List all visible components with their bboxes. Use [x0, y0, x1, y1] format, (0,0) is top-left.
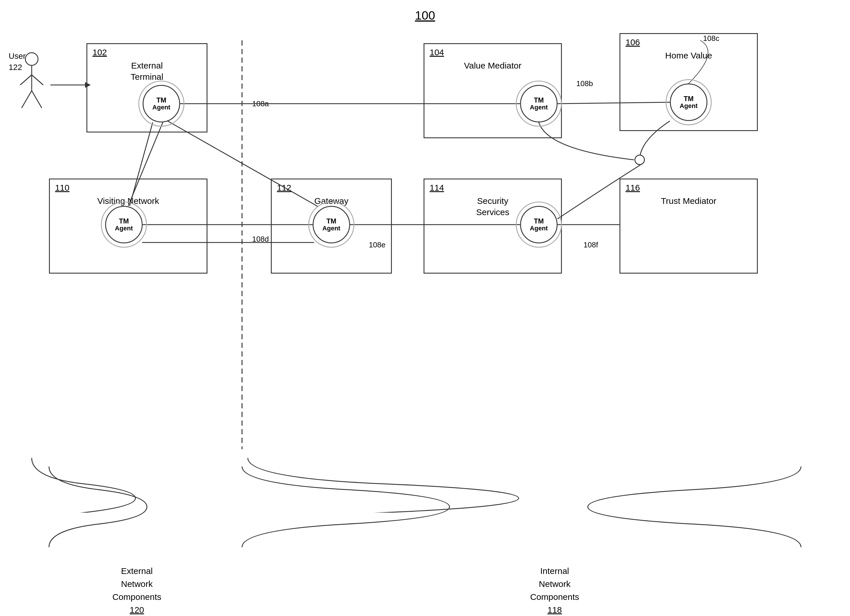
svg-line-14: [22, 91, 32, 108]
box-112-number: 112: [277, 183, 291, 193]
external-network-label: ExternalNetworkComponents120: [29, 564, 245, 616]
agent-text-104: Agent: [530, 104, 548, 111]
box-102-number: 102: [93, 48, 107, 57]
agent-text-112: Agent: [322, 225, 340, 232]
box-116: 116 Trust Mediator: [620, 179, 758, 274]
label-108a: 108a: [252, 99, 269, 108]
tm-text-110: TM: [119, 217, 129, 225]
box-104-title: Value Mediator: [424, 60, 561, 71]
tm-text-102: TM: [156, 96, 166, 104]
box-116-title: Trust Mediator: [620, 195, 757, 206]
diagram-container: 100 User 122 102 ExternalTerminal 110 Vi…: [0, 0, 850, 616]
box-116-number: 116: [626, 183, 640, 193]
box-106-number: 106: [626, 37, 640, 47]
tm-agent-106: TM Agent: [670, 84, 707, 121]
svg-line-15: [32, 91, 42, 108]
tm-text-114: TM: [534, 217, 544, 225]
svg-line-13: [32, 75, 43, 85]
label-108c: 108c: [703, 34, 719, 43]
box-114-number: 114: [429, 183, 444, 193]
user-label: User 122: [9, 51, 25, 73]
tm-text-112: TM: [326, 217, 337, 225]
label-108e: 108e: [369, 241, 386, 250]
svg-point-10: [25, 53, 38, 65]
main-title: 100: [415, 9, 435, 22]
tm-agent-114: TM Agent: [520, 206, 558, 243]
tm-agent-102: TM Agent: [143, 85, 180, 123]
box-110-number: 110: [55, 183, 69, 193]
agent-text-106: Agent: [680, 103, 697, 109]
label-108f: 108f: [584, 241, 598, 250]
tm-text-104: TM: [534, 96, 544, 104]
tm-agent-110: TM Agent: [105, 206, 143, 243]
internal-network-label: InternalNetworkComponents118: [317, 564, 792, 616]
tm-agent-112: TM Agent: [313, 206, 350, 243]
label-108b: 108b: [576, 79, 593, 88]
agent-text-110: Agent: [115, 225, 133, 232]
small-circle-connector: [635, 155, 645, 165]
agent-text-102: Agent: [153, 104, 170, 111]
tm-agent-104: TM Agent: [520, 85, 558, 123]
label-108d: 108d: [252, 235, 269, 244]
box-106-title: Home Value: [620, 50, 757, 61]
svg-line-12: [20, 75, 32, 85]
tm-text-106: TM: [684, 95, 694, 103]
agent-text-114: Agent: [530, 225, 548, 232]
box-104-number: 104: [429, 48, 444, 57]
box-102-title: ExternalTerminal: [87, 60, 207, 82]
